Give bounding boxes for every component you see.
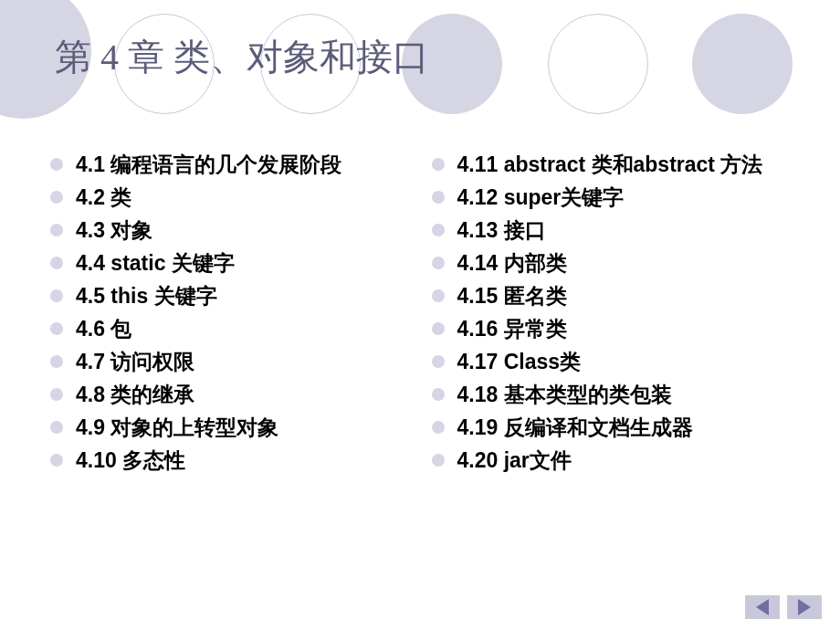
list-item: 4.12 super关键字: [432, 184, 809, 212]
list-item: 4.6 包: [50, 315, 427, 343]
left-column: 4.1 编程语言的几个发展阶段4.2 类4.3 对象4.4 static 关键字…: [50, 151, 427, 479]
list-item: 4.13 接口: [432, 216, 809, 245]
list-item: 4.14 内部类: [432, 249, 809, 278]
bullet-icon: [432, 388, 445, 401]
bullet-icon: [50, 224, 63, 236]
list-item: 4.9 对象的上转型对象: [50, 414, 427, 442]
list-item: 4.10 多态性: [50, 446, 427, 475]
item-text: 4.19 反编译和文档生成器: [457, 414, 693, 442]
arrow-right-icon: [798, 599, 811, 615]
list-item: 4.15 匿名类: [432, 282, 809, 310]
list-item: 4.11 abstract 类和abstract 方法: [432, 151, 809, 179]
item-text: 4.2 类: [76, 184, 131, 212]
chapter-title: 第 4 章 类、对象和接口: [55, 32, 429, 82]
list-item: 4.5 this 关键字: [50, 282, 427, 310]
bullet-icon: [432, 191, 445, 204]
item-text: 4.6 包: [76, 315, 131, 343]
item-text: 4.8 类的继承: [76, 381, 194, 409]
list-item: 4.8 类的继承: [50, 381, 427, 409]
item-text: 4.17 Class类: [457, 348, 582, 376]
item-text: 4.20 jar文件: [457, 446, 572, 475]
navigation-buttons: [745, 595, 822, 619]
item-text: 4.4 static 关键字: [76, 249, 235, 278]
item-text: 4.5 this 关键字: [76, 282, 217, 310]
bullet-icon: [432, 322, 445, 335]
bullet-icon: [50, 191, 63, 204]
bullet-icon: [432, 454, 445, 467]
item-text: 4.18 基本类型的类包装: [457, 381, 672, 409]
list-item: 4.3 对象: [50, 216, 427, 245]
bullet-icon: [432, 289, 445, 302]
bullet-icon: [50, 158, 63, 171]
prev-button[interactable]: [745, 595, 780, 619]
list-item: 4.4 static 关键字: [50, 249, 427, 278]
list-item: 4.19 反编译和文档生成器: [432, 414, 809, 442]
item-text: 4.1 编程语言的几个发展阶段: [76, 151, 341, 179]
bullet-icon: [50, 322, 63, 335]
arrow-left-icon: [756, 599, 769, 615]
next-button[interactable]: [787, 595, 822, 619]
list-item: 4.2 类: [50, 184, 427, 212]
list-item: 4.16 异常类: [432, 315, 809, 343]
item-text: 4.12 super关键字: [457, 184, 625, 212]
bullet-icon: [432, 224, 445, 236]
bullet-icon: [50, 454, 63, 467]
content-area: 4.1 编程语言的几个发展阶段4.2 类4.3 对象4.4 static 关键字…: [50, 151, 808, 479]
bullet-icon: [432, 257, 445, 269]
bullet-icon: [432, 421, 445, 434]
circle-decoration: [692, 14, 793, 114]
item-text: 4.16 异常类: [457, 315, 567, 343]
right-column: 4.11 abstract 类和abstract 方法4.12 super关键字…: [432, 151, 809, 479]
item-text: 4.15 匿名类: [457, 282, 567, 310]
bullet-icon: [50, 289, 63, 302]
bullet-icon: [50, 257, 63, 269]
list-item: 4.1 编程语言的几个发展阶段: [50, 151, 427, 179]
item-text: 4.13 接口: [457, 216, 546, 245]
item-text: 4.9 对象的上转型对象: [76, 414, 278, 442]
bullet-icon: [432, 158, 445, 171]
bullet-icon: [432, 355, 445, 368]
circle-decoration: [548, 14, 648, 114]
bullet-icon: [50, 388, 63, 401]
list-item: 4.18 基本类型的类包装: [432, 381, 809, 409]
item-text: 4.14 内部类: [457, 249, 567, 278]
item-text: 4.11 abstract 类和abstract 方法: [457, 151, 763, 179]
bullet-icon: [50, 421, 63, 434]
list-item: 4.17 Class类: [432, 348, 809, 376]
item-text: 4.7 访问权限: [76, 348, 194, 376]
bullet-icon: [50, 355, 63, 368]
item-text: 4.3 对象: [76, 216, 152, 245]
list-item: 4.7 访问权限: [50, 348, 427, 376]
item-text: 4.10 多态性: [76, 446, 185, 475]
list-item: 4.20 jar文件: [432, 446, 809, 475]
